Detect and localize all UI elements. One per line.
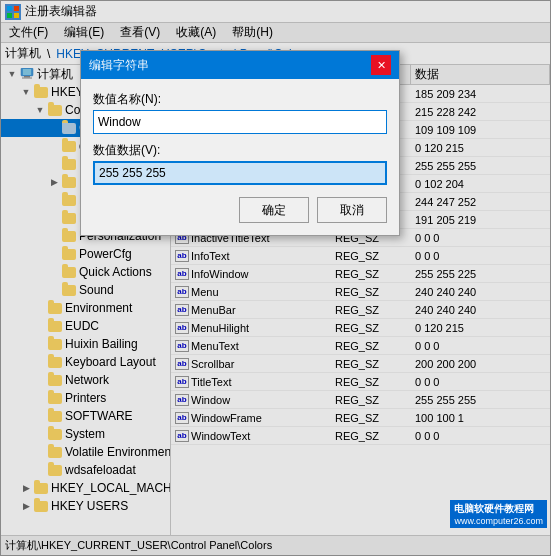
dialog-body: 数值名称(N): 数值数据(V): 确定 取消 (81, 79, 399, 235)
dialog-overlay: 编辑字符串 ✕ 数值名称(N): 数值数据(V): 确定 取消 (0, 0, 551, 556)
data-field-group: 数值数据(V): (93, 142, 387, 185)
cancel-button[interactable]: 取消 (317, 197, 387, 223)
name-input[interactable] (93, 110, 387, 134)
watermark-line2: www.computer26.com (454, 516, 543, 526)
data-label: 数值数据(V): (93, 142, 387, 159)
name-field-group: 数值名称(N): (93, 91, 387, 134)
data-input[interactable] (93, 161, 387, 185)
ok-button[interactable]: 确定 (239, 197, 309, 223)
dialog-close-button[interactable]: ✕ (371, 55, 391, 75)
dialog-title-bar: 编辑字符串 ✕ (81, 51, 399, 79)
dialog-buttons: 确定 取消 (93, 197, 387, 223)
watermark: 电脑软硬件教程网 www.computer26.com (450, 500, 547, 528)
watermark-line1: 电脑软硬件教程网 (454, 502, 543, 516)
edit-string-dialog: 编辑字符串 ✕ 数值名称(N): 数值数据(V): 确定 取消 (80, 50, 400, 236)
dialog-title-text: 编辑字符串 (89, 57, 149, 74)
name-label: 数值名称(N): (93, 91, 387, 108)
